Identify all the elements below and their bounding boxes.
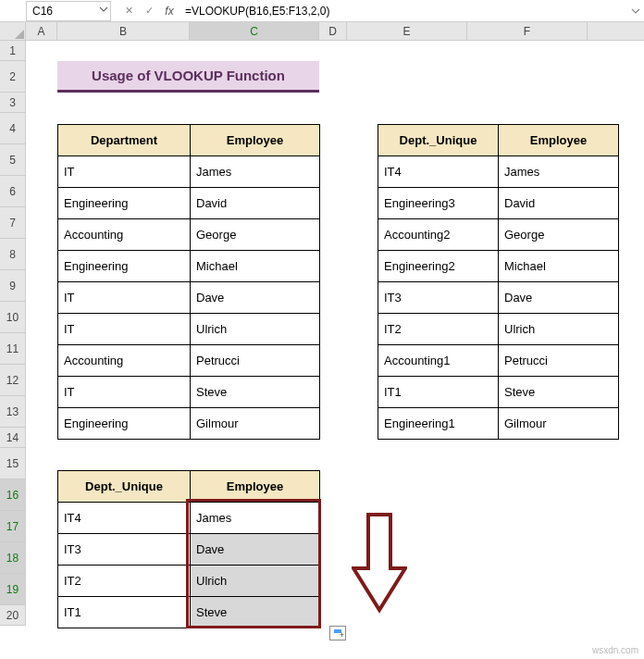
table-row: Department Employee	[58, 125, 320, 156]
cell[interactable]: Engineering1	[378, 408, 499, 440]
row-header-19[interactable]: 19	[0, 574, 26, 605]
cell[interactable]: George	[499, 219, 619, 251]
table-header[interactable]: Employee	[191, 125, 320, 156]
row-header-6[interactable]: 6	[0, 176, 26, 207]
cell[interactable]: Engineering	[58, 188, 191, 219]
cell[interactable]: IT2	[378, 314, 499, 345]
cell[interactable]: James	[191, 156, 320, 188]
cell[interactable]: Gilmour	[191, 408, 320, 440]
row-header-5[interactable]: 5	[0, 144, 26, 176]
cell[interactable]: James	[499, 156, 619, 188]
cell[interactable]: Accounting2	[378, 219, 499, 251]
cell[interactable]: IT1	[378, 377, 499, 408]
name-box-value: C16	[32, 5, 53, 18]
table-row: Engineering1Gilmour	[378, 408, 619, 440]
col-header-a[interactable]: A	[26, 22, 57, 40]
row-header-12[interactable]: 12	[0, 365, 26, 396]
table-row: Engineering2Michael	[378, 251, 619, 282]
autofill-options-icon[interactable]: +	[329, 626, 346, 640]
cell[interactable]: IT3	[58, 534, 191, 566]
table-row: IT2Ulrich	[58, 566, 320, 597]
cell[interactable]: IT4	[58, 503, 191, 534]
cell[interactable]: IT4	[378, 156, 499, 188]
cell[interactable]: Accounting	[58, 345, 191, 377]
enter-icon[interactable]: ✓	[141, 3, 157, 19]
row-header-3[interactable]: 3	[0, 93, 26, 113]
cell[interactable]: David	[499, 188, 619, 219]
cell[interactable]: Ulrich	[191, 314, 320, 345]
table-header[interactable]: Department	[58, 125, 191, 156]
table-row: Accounting1Petrucci	[378, 345, 619, 377]
cell[interactable]: Engineering2	[378, 251, 499, 282]
cell[interactable]: Michael	[499, 251, 619, 282]
select-all-corner[interactable]	[0, 22, 26, 40]
watermark: wsxdn.com	[592, 645, 638, 655]
cell[interactable]: Petrucci	[499, 345, 619, 377]
cell[interactable]: David	[191, 188, 320, 219]
cell[interactable]: IT1	[58, 597, 191, 628]
cell[interactable]: James	[191, 503, 320, 534]
row-header-20[interactable]: 20	[0, 605, 26, 626]
table-dept-unique-employee: Dept._Unique Employee IT4James Engineeri…	[378, 124, 619, 440]
cell[interactable]: Ulrich	[499, 314, 619, 345]
col-header-c[interactable]: C	[190, 22, 319, 40]
col-header-b[interactable]: B	[57, 22, 190, 40]
row-header-11[interactable]: 11	[0, 333, 26, 365]
row-header-17[interactable]: 17	[0, 511, 26, 542]
row-header-18[interactable]: 18	[0, 542, 26, 574]
cell[interactable]: Engineering3	[378, 188, 499, 219]
cell[interactable]: IT2	[58, 566, 191, 597]
cell[interactable]: Steve	[191, 377, 320, 408]
cell[interactable]: Ulrich	[191, 566, 320, 597]
cell[interactable]: Dave	[499, 282, 619, 314]
row-header-10[interactable]: 10	[0, 302, 26, 333]
cell[interactable]: Steve	[499, 377, 619, 408]
cell[interactable]: Steve	[191, 597, 320, 628]
cell[interactable]: Petrucci	[191, 345, 320, 377]
cell[interactable]: Dave	[191, 534, 320, 566]
chevron-down-icon[interactable]	[99, 4, 108, 17]
cancel-icon[interactable]: ✕	[120, 3, 137, 19]
cell[interactable]: Gilmour	[499, 408, 619, 440]
col-header-f[interactable]: F	[467, 22, 588, 40]
row-header-8[interactable]: 8	[0, 239, 26, 270]
fx-icon[interactable]: fx	[161, 3, 178, 19]
table-header[interactable]: Employee	[499, 125, 619, 156]
cell[interactable]: Accounting	[58, 219, 191, 251]
col-header-e[interactable]: E	[347, 22, 467, 40]
col-header-d[interactable]: D	[319, 22, 347, 40]
table-row: IT4James	[378, 156, 619, 188]
cell[interactable]: Dave	[191, 282, 320, 314]
cell[interactable]: IT	[58, 377, 191, 408]
row-header-13[interactable]: 13	[0, 396, 26, 428]
table-header[interactable]: Dept._Unique	[58, 471, 191, 503]
cell[interactable]: IT	[58, 314, 191, 345]
table-row: ITDave	[58, 282, 320, 314]
cell-grid[interactable]: Usage of VLOOKUP Function Department Emp…	[26, 41, 644, 626]
row-header-9[interactable]: 9	[0, 270, 26, 302]
cell[interactable]: IT	[58, 156, 191, 188]
expand-formula-bar-icon[interactable]	[627, 6, 644, 16]
row-header-2[interactable]: 2	[0, 61, 26, 93]
row-header-15[interactable]: 15	[0, 448, 26, 479]
cell[interactable]: Engineering	[58, 408, 191, 440]
row-header-14[interactable]: 14	[0, 428, 26, 448]
cell[interactable]: Michael	[191, 251, 320, 282]
table-header[interactable]: Employee	[191, 471, 320, 503]
cell[interactable]: IT	[58, 282, 191, 314]
name-box[interactable]: C16	[26, 1, 111, 21]
cell[interactable]: George	[191, 219, 320, 251]
table-result: Dept._Unique Employee IT4James IT3Dave I…	[57, 470, 320, 628]
formula-bar[interactable]: =VLOOKUP(B16,E5:F13,2,0)	[178, 5, 627, 18]
table-row: ITSteve	[58, 377, 320, 408]
table-row: IT3Dave	[378, 282, 619, 314]
table-header[interactable]: Dept._Unique	[378, 125, 499, 156]
row-header-1[interactable]: 1	[0, 41, 26, 61]
cell[interactable]: Engineering	[58, 251, 191, 282]
cell[interactable]: IT3	[378, 282, 499, 314]
row-header-4[interactable]: 4	[0, 113, 26, 144]
row-header-7[interactable]: 7	[0, 207, 26, 239]
cell[interactable]: Accounting1	[378, 345, 499, 377]
row-header-16[interactable]: 16	[0, 479, 26, 511]
page-title-text: Usage of VLOOKUP Function	[92, 68, 285, 83]
